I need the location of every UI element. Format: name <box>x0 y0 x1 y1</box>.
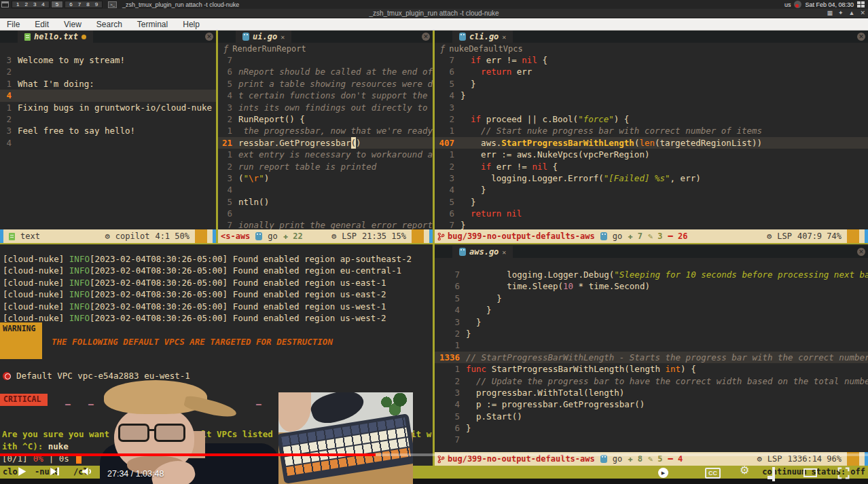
aws-editor[interactable]: 7 logging.Logger.Debug("Sleeping for 10 … <box>435 258 868 451</box>
menu-terminal[interactable]: Terminal <box>137 20 168 29</box>
text-file-icon <box>24 33 31 41</box>
cli-breadcrumb: ƒ nukeDefaultVpcs <box>435 43 868 54</box>
workspace-current[interactable]: 5 <box>51 1 63 8</box>
git-branch-icon <box>437 232 445 241</box>
next-button[interactable] <box>49 466 60 477</box>
glasses-bridge <box>148 429 156 431</box>
tab-hello-txt[interactable]: hello.txt <box>18 31 93 43</box>
pane-cli-go: cli.go ✕ ✕ ƒ nukeDefaultVpcs 7 if err !=… <box>435 31 868 243</box>
filetype-label: text <box>20 231 40 241</box>
tab-close-icon[interactable]: ✕ <box>281 33 285 41</box>
ui-breadcrumb-label: RenderRunReport <box>232 44 306 54</box>
menu-edit[interactable]: Edit <box>35 20 49 29</box>
recording-indicator-icon[interactable] <box>794 1 801 8</box>
video-progress-bar[interactable] <box>0 453 868 456</box>
video-progress-played <box>0 453 376 456</box>
glasses-left-lens <box>118 424 149 442</box>
keyboard-layout-indicator[interactable]: us <box>784 1 791 8</box>
lsp-gear-icon: ⚙ <box>331 231 336 241</box>
window-maximize-icon[interactable]: ▲ <box>849 10 855 16</box>
menu-file[interactable]: File <box>7 20 20 29</box>
window-close-icon[interactable]: ✕ <box>860 10 865 16</box>
hello-statusline: text ⚙ copilot 4:1 50% <box>0 229 216 243</box>
workspace-7[interactable]: 7 <box>75 1 84 7</box>
tab-close-icon[interactable]: ✕ <box>502 33 506 41</box>
tabline-close-icon[interactable]: ✕ <box>857 248 865 256</box>
lsp-label: LSP <box>342 231 357 241</box>
hello-editor[interactable]: 3Welcome to my stream!21What I'm doing:4… <box>0 43 216 229</box>
statusline-accent-block <box>412 229 424 243</box>
function-symbol-icon: ƒ <box>223 44 228 54</box>
workspace-2[interactable]: 2 <box>22 1 30 7</box>
player-controls: 27:34 / 1:03:48 CC ⚙ <box>0 463 868 484</box>
play-button[interactable] <box>16 466 28 477</box>
workspace-group-2[interactable]: 6 7 8 9 <box>65 1 103 8</box>
window-title: _zsh_tmux_plugin_run attach -t cloud-nuk… <box>369 10 499 17</box>
panel-clock[interactable]: Sat Feb 04, 08:30 <box>805 1 854 8</box>
go-file-icon <box>459 33 466 41</box>
hand-in-frame <box>278 392 311 432</box>
show-desktop-icon[interactable] <box>857 1 865 8</box>
statusline-accent-block <box>195 229 207 243</box>
miniplayer-button[interactable] <box>772 467 775 481</box>
theater-mode-button[interactable] <box>803 468 817 477</box>
lang-label: go <box>268 231 277 241</box>
window-menu-icon[interactable]: ▦ <box>827 10 833 16</box>
window-list-icon[interactable] <box>1 1 9 7</box>
workspace-4[interactable]: 4 <box>39 1 47 7</box>
git-branch: bug/399-no-output-defaults-aws <box>437 231 595 241</box>
captions-button[interactable]: CC <box>705 468 721 479</box>
branch-name: bug/399-no-output-defaults-aws <box>448 231 595 241</box>
volume-icon[interactable] <box>81 466 94 477</box>
workspace-9[interactable]: 9 <box>92 1 101 7</box>
menu-view[interactable]: View <box>64 20 82 29</box>
function-symbol-icon: ƒ <box>440 44 445 54</box>
player-settings-gear-icon[interactable]: ⚙ <box>740 464 749 477</box>
tab-aws-go[interactable]: aws.go ✕ <box>452 246 513 258</box>
git-branch: <s-aws <box>221 231 250 241</box>
workspace-5[interactable]: 5 <box>53 1 61 7</box>
tabline-close-icon[interactable]: ✕ <box>857 33 865 41</box>
cli-tabline: cli.go ✕ ✕ <box>435 31 868 43</box>
tabline-close-icon[interactable]: ✕ <box>422 33 430 41</box>
git-added-count: ✚ 7 <box>628 231 643 241</box>
tab-cli-go[interactable]: cli.go ✕ <box>452 31 513 43</box>
statusline-edge <box>0 229 3 243</box>
menu-help[interactable]: Help <box>183 20 200 29</box>
warning-message: THE FOLLOWING DEFAULT VPCS ARE TARGETED … <box>52 337 333 347</box>
tabline-close-icon[interactable]: ✕ <box>205 33 213 41</box>
terminal-task-icon[interactable]: >_ <box>108 1 117 8</box>
ui-statusline: <s-aws go ✚ 22 ⚙ LSP 21:35 15% <box>218 229 433 243</box>
cli-statusline: bug/399-no-output-defaults-aws go ✚ 7 ✎ … <box>435 229 868 243</box>
workspace-1[interactable]: 1 <box>14 1 22 7</box>
workspace-8[interactable]: 8 <box>84 1 92 7</box>
modified-dot-icon <box>82 35 86 39</box>
aws-tabline: aws.go ✕ ✕ <box>435 246 868 258</box>
go-lang-icon <box>600 232 607 240</box>
tab-ui-label: ui.go <box>253 32 277 41</box>
tab-aws-label: aws.go <box>469 247 499 257</box>
tab-ui-go[interactable]: ui.go ✕ <box>236 31 291 43</box>
taskbar-window-title[interactable]: _zsh_tmux_plugin_run attach -t cloud-nuk… <box>122 1 239 8</box>
ui-breadcrumb: ƒ RenderRunReport <box>218 43 433 54</box>
branch-name: <s-aws <box>221 231 250 241</box>
workspace-6[interactable]: 6 <box>67 1 75 7</box>
ui-tabline: ui.go ✕ ✕ <box>218 31 433 43</box>
workspace-3[interactable]: 3 <box>31 1 39 7</box>
statusline-accent-block <box>847 229 859 243</box>
fullscreen-button[interactable] <box>837 467 850 479</box>
tab-close-icon[interactable]: ✕ <box>502 248 506 256</box>
ui-editor[interactable]: 76nReport should be called at the end of… <box>218 54 433 229</box>
menu-search[interactable]: Search <box>96 20 122 29</box>
target-icon <box>3 372 11 380</box>
git-added-count: ✚ 22 <box>283 231 303 241</box>
workspace-group-1[interactable]: 1 2 3 4 <box>12 1 50 8</box>
go-file-icon <box>242 33 249 41</box>
window-minimize-icon[interactable]: ✦ <box>838 10 844 16</box>
cli-editor[interactable]: 7 if err != nil {6 return err5 }4}32 if … <box>435 54 868 229</box>
window-titlebar[interactable]: _zsh_tmux_plugin_run attach -t cloud-nuk… <box>0 9 868 18</box>
cli-cursor-position: 407:9 74% <box>797 231 842 241</box>
go-lang-icon <box>255 232 262 240</box>
lsp-label: LSP <box>777 231 792 241</box>
git-removed-count: ━ 26 <box>668 231 688 241</box>
